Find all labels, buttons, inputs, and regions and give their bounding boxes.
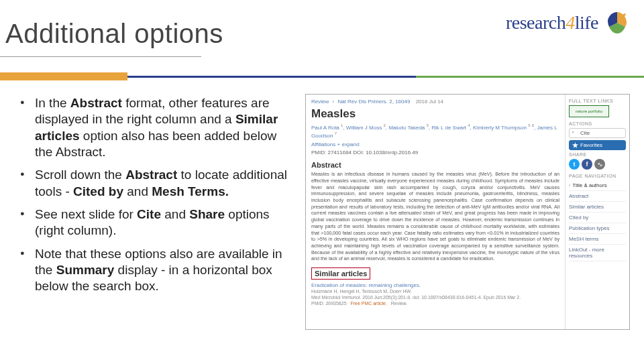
share-row: t f — [569, 159, 626, 170]
abstract-heading: Abstract — [311, 161, 559, 169]
facebook-icon[interactable]: f — [582, 159, 592, 170]
bullet-item: See next slide for Cite and Share option… — [20, 206, 288, 239]
cite-label: Cite — [580, 130, 590, 136]
similar-article-pmid: PMID: 26935825 Free PMC article. Review. — [311, 300, 559, 306]
svg-text:“: “ — [572, 130, 574, 136]
article-ids: PMID: 27411684 DOI: 10.1038/nrdp.2016.49 — [311, 149, 559, 156]
sim-pmid: PMID: 26935825 — [311, 301, 347, 306]
share-heading: SHARE — [569, 152, 626, 157]
affiliations-expand[interactable]: Affiliations + expand — [311, 141, 559, 147]
bullet-item: Note that these options also are availab… — [20, 246, 288, 295]
sim-free: Free PMC article. — [350, 301, 386, 306]
author-list: Paul A Rota 1, William J Moss 2, Makoto … — [311, 123, 559, 139]
similar-articles-heading: Similar articles — [311, 267, 370, 280]
similar-article-title[interactable]: Eradication of measles: remaining challe… — [311, 282, 559, 288]
cite-button[interactable]: “ Cite — [569, 128, 626, 138]
bullet-list: In the Abstract format, other features a… — [20, 95, 288, 301]
actions-heading: ACTIONS — [569, 121, 626, 126]
favorites-label: Favorites — [580, 142, 602, 148]
pubmed-screenshot: Review › Nat Rev Dis Primers. 2, 16049 2… — [305, 94, 630, 330]
title-underline — [0, 56, 201, 57]
crumb-date: 2016 Jul 14 — [416, 99, 443, 105]
permalink-icon[interactable] — [594, 159, 605, 170]
star-icon — [572, 142, 578, 148]
twitter-icon[interactable]: t — [569, 159, 580, 170]
page-title: Additional options — [5, 19, 223, 49]
accent-bar-green — [416, 76, 644, 78]
logo-text: research4life — [506, 12, 598, 34]
favorites-button[interactable]: Favorites — [569, 140, 626, 150]
logo-part2: 4 — [566, 12, 575, 33]
quote-icon: “ — [572, 130, 578, 136]
chevron-right-icon: › — [332, 99, 334, 105]
nav-mesh[interactable]: MeSH terms — [569, 234, 626, 245]
logo-icon — [602, 8, 632, 38]
nav-label: Title & authors — [572, 182, 606, 188]
nav-linkout[interactable]: LinkOut - more resources — [569, 245, 626, 261]
accent-bar-orange — [0, 72, 127, 80]
sim-type: Review. — [391, 301, 408, 306]
nav-title-authors[interactable]: ‹Title & authors — [569, 180, 626, 191]
nav-similar[interactable]: Similar articles — [569, 202, 626, 213]
bullet-item: In the Abstract format, other features a… — [20, 95, 288, 160]
article-title: Measles — [311, 107, 559, 121]
nav-abstract[interactable]: Abstract — [569, 191, 626, 202]
page-navigation-heading: PAGE NAVIGATION — [569, 174, 626, 178]
svg-marker-1 — [572, 142, 578, 148]
nav-pub-types[interactable]: Publication types — [569, 223, 626, 234]
chevron-left-icon: ‹ — [569, 183, 570, 188]
bullet-item: Scroll down the Abstract to locate addit… — [20, 167, 288, 200]
logo-part1: research — [506, 12, 566, 33]
research4life-logo: research4life — [506, 8, 632, 38]
crumb-journal: Nat Rev Dis Primers. 2, 16049 — [337, 99, 410, 105]
similar-article-meta: Med Microbiol Immunol. 2016 Jun;205(3):2… — [311, 294, 559, 300]
abstract-body: Measles is an infectious disease in huma… — [311, 171, 559, 262]
logo-part3: life — [575, 12, 598, 33]
breadcrumb: Review › Nat Rev Dis Primers. 2, 16049 2… — [311, 99, 559, 105]
crumb-review: Review — [311, 99, 329, 105]
pubmed-main: Review › Nat Rev Dis Primers. 2, 16049 2… — [306, 95, 565, 329]
pubmed-sidebar: FULL TEXT LINKS nature portfolio ACTIONS… — [565, 95, 629, 329]
full-text-links-heading: FULL TEXT LINKS — [569, 99, 626, 103]
similar-article-authors: Holzmann H, Hengel H, Tenbusch M, Doerr … — [311, 288, 559, 294]
nav-cited-by[interactable]: Cited by — [569, 213, 626, 223]
accent-bar-blue — [127, 76, 416, 78]
full-text-badge[interactable]: nature portfolio — [569, 105, 609, 117]
